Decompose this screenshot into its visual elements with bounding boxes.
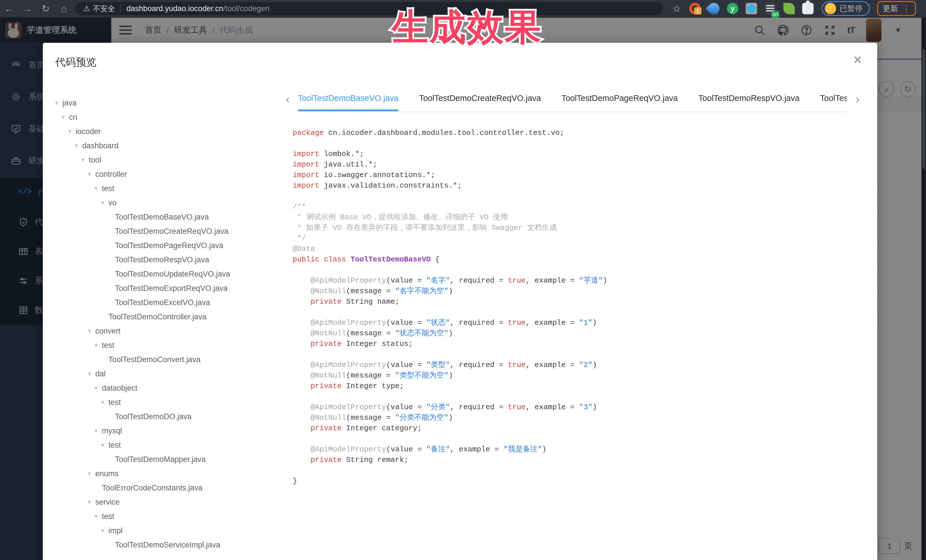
tabs-scroll-left-icon[interactable]: ‹ (286, 93, 289, 106)
tree-node-file[interactable]: ToolTestDemoPageReqVO.java (55, 238, 285, 253)
more-menu-icon[interactable]: ⋮ (902, 4, 911, 14)
tree-node-label: java (62, 99, 77, 107)
tree-node-label: enums (95, 469, 118, 478)
tree-node-label: tool (89, 156, 101, 165)
tree-node-label: test (102, 184, 114, 193)
scrollbar-thumb[interactable] (922, 49, 925, 169)
tree-node-dir[interactable]: ▾test (55, 395, 285, 409)
tree-node-label: ToolTestDemoUpdateReqVO.java (115, 270, 230, 279)
code-line: @ApiModelProperty(value = "分类", required… (293, 402, 864, 413)
file-tab[interactable]: ToolTestDemoRespVO.java (698, 91, 800, 111)
caret-down-icon: ▾ (55, 99, 62, 107)
url-path: /tool/codegen (223, 4, 269, 13)
extension-tray: 1 y on (689, 3, 814, 14)
tree-node-label: test (108, 441, 121, 450)
tree-node-dir[interactable]: ▾service (55, 495, 285, 509)
tree-node-dir[interactable]: ▾test (55, 438, 285, 452)
tree-node-dir[interactable]: ▾java (55, 96, 285, 110)
code-line (293, 391, 864, 402)
home-icon[interactable]: ⌂ (55, 0, 73, 17)
tree-node-dir[interactable]: ▾controller (55, 167, 285, 181)
tree-node-label: controller (95, 170, 127, 179)
caret-down-icon: ▾ (88, 370, 95, 377)
tree-node-dir[interactable]: ▾dal (55, 367, 285, 381)
annotation-text: 生成效果 生成效果 (392, 3, 542, 52)
code-line: @ApiModelProperty(value = "备注", example … (293, 444, 864, 455)
code-line (293, 349, 864, 360)
code-line: package cn.iocoder.dashboard.modules.too… (293, 128, 864, 138)
forward-icon[interactable]: → (18, 0, 36, 17)
list-on-icon[interactable]: on (764, 3, 776, 14)
url-host: dashboard.yudao.iocoder.cn (126, 4, 223, 13)
tree-node-dir[interactable]: ▾dataobject (55, 381, 285, 395)
tree-node-dir[interactable]: ▾tool (55, 153, 285, 167)
leaf-icon[interactable] (783, 3, 795, 14)
tree-node-dir[interactable]: ▾test (55, 338, 285, 352)
tree-node-label: ToolTestDemoRespVO.java (115, 255, 209, 264)
tree-node-file[interactable]: ToolTestDemoExcelVO.java (55, 295, 285, 309)
tree-node-dir[interactable]: ▾cn (55, 110, 285, 124)
gem-icon[interactable] (706, 1, 722, 17)
code-line (293, 138, 864, 149)
profile-paused-chip[interactable]: 已暂停 (822, 1, 870, 16)
tree-node-file[interactable]: ToolTestDemoRespVO.java (55, 253, 285, 267)
code-line: @ApiModelProperty(value = "名字", required… (293, 275, 864, 286)
code-line (293, 265, 864, 275)
tree-node-dir[interactable]: ▾test (55, 509, 285, 524)
code-content: package cn.iocoder.dashboard.modules.too… (285, 128, 864, 486)
caret-down-icon: ▾ (81, 156, 89, 164)
tree-node-dir[interactable]: ▾iocoder (55, 124, 285, 139)
puzzle-extensions-icon[interactable] (802, 3, 814, 14)
tree-node-dir[interactable]: ▾impl (55, 524, 285, 538)
tree-node-file[interactable]: ToolTestDemoUpdateReqVO.java (55, 267, 285, 281)
paused-label: 已暂停 (840, 3, 862, 14)
tree-node-file[interactable]: ToolTestDemoMapper.java (55, 452, 285, 466)
tree-node-file[interactable]: ToolTestDemoServiceImpl.java (55, 538, 285, 552)
code-line: import lombok.*; (293, 149, 864, 159)
tree-node-file[interactable]: ToolTestDemoCreateReqVO.java (55, 224, 285, 238)
green-y-icon[interactable]: y (727, 3, 738, 14)
tree-node-dir[interactable]: ▾convert (55, 324, 285, 338)
diamond-grid-icon[interactable] (746, 3, 757, 14)
tree-node-label: ToolTestDemoCreateReqVO.java (115, 227, 228, 236)
tree-node-label: ToolTestDemoExportReqVO.java (115, 284, 228, 293)
caret-down-icon: ▾ (88, 498, 95, 506)
back-icon[interactable]: ← (0, 0, 18, 17)
tree-node-label: impl (108, 526, 123, 535)
code-line: import io.swagger.annotations.*; (293, 170, 864, 181)
tree-node-label: service (95, 498, 120, 507)
tree-node-dir[interactable]: ▾test (55, 181, 285, 196)
caret-down-icon: ▾ (88, 171, 95, 178)
code-line: private Integer type; (293, 381, 864, 391)
code-line: * 如果子 VO 存在差异的字段，请不要添加到这里，影响 Swagger 文档生… (293, 223, 864, 233)
browser-scrollbar[interactable] (921, 18, 926, 560)
tree-node-file[interactable]: ToolTestDemoBaseVO.java (55, 210, 285, 224)
tree-node-file[interactable]: ToolErrorCodeConstants.java (55, 481, 285, 495)
file-tab[interactable]: ToolTestDemoCreateReqVO.java (419, 91, 541, 111)
code-line: */ (293, 233, 864, 244)
file-tab[interactable]: ToolTestDemoBaseVO.java (298, 91, 398, 111)
file-tab[interactable]: ToolTestDemoUpdateReqVO.java (820, 91, 847, 111)
code-line: @NotNull(message = "类型不能为空") (293, 370, 864, 381)
close-icon[interactable]: ✕ (853, 54, 862, 66)
tabs-scroll-right-icon[interactable]: › (856, 93, 859, 106)
file-tab[interactable]: ToolTestDemoPageReqVO.java (561, 91, 678, 111)
tree-node-file[interactable]: ToolTestDemoController.java (55, 309, 285, 324)
tree-node-label: dal (95, 370, 106, 378)
tree-node-file[interactable]: ToolTestDemoConvert.java (55, 352, 285, 367)
tree-node-dir[interactable]: ▾vo (55, 196, 285, 210)
caret-down-icon: ▾ (88, 328, 95, 335)
browser-update-button[interactable]: 更新 ⋮ (877, 1, 916, 16)
reload-icon[interactable]: ↻ (36, 0, 55, 17)
bookmark-star-icon[interactable]: ☆ (669, 3, 685, 14)
code-line: import javax.validation.constraints.*; (293, 181, 864, 191)
tree-node-label: ToolTestDemoPageReqVO.java (115, 241, 223, 250)
tree-node-dir[interactable]: ▾mysql (55, 424, 285, 438)
tree-node-file[interactable]: ToolTestDemoDO.java (55, 409, 285, 424)
ubuntu-icon[interactable]: 1 (689, 3, 701, 14)
security-label: 不安全 (93, 4, 115, 14)
tree-node-file[interactable]: ToolTestDemoExportReqVO.java (55, 281, 285, 295)
tree-node-dir[interactable]: ▾dashboard (55, 139, 285, 153)
tree-node-dir[interactable]: ▾enums (55, 466, 285, 481)
address-bar[interactable]: ⚠ 不安全 dashboard.yudao.iocoder.cn /tool/c… (75, 2, 663, 15)
